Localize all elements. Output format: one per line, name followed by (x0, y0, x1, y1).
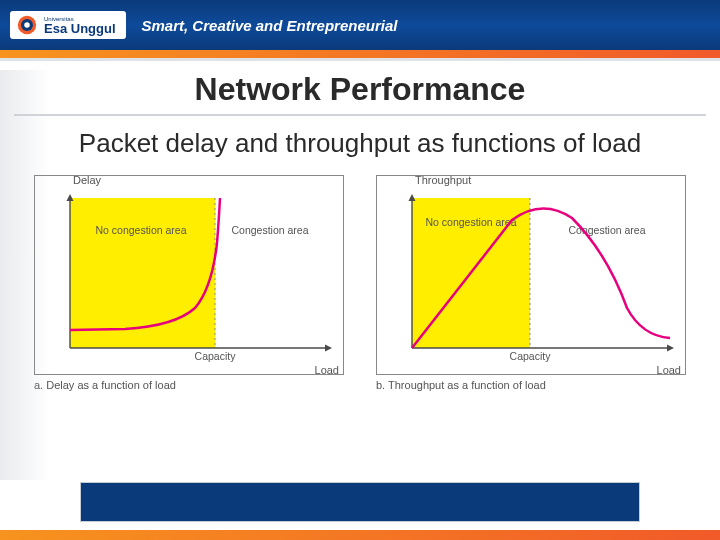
chart-delay: Delay No congestion area Congestion area… (34, 175, 344, 391)
chart-b-ylabel: Throughput (415, 174, 471, 186)
chart-b-axes: No congestion area Congestion area Capac… (412, 198, 670, 348)
university-logo: Universitas Esa Unggul (10, 11, 126, 39)
chart-b-svg (412, 198, 670, 358)
svg-marker-5 (67, 194, 74, 201)
chart-b-xlabel: Load (657, 364, 681, 376)
slide-footer (0, 482, 720, 540)
svg-marker-11 (667, 345, 674, 352)
chart-a-axes: No congestion area Congestion area Capac… (70, 198, 328, 348)
university-name: Esa Unggul (44, 22, 116, 35)
chart-throughput: Throughput No congestion area Congestion… (376, 175, 686, 391)
svg-marker-6 (325, 345, 332, 352)
slide-subtitle: Packet delay and throughput as functions… (0, 116, 720, 165)
tagline: Smart, Creative and Entrepreneurial (142, 17, 398, 34)
chart-a-caption: a. Delay as a function of load (34, 375, 344, 391)
header-accent-bar (0, 50, 720, 58)
charts-container: Delay No congestion area Congestion area… (0, 165, 720, 391)
chart-a-xlabel: Load (315, 364, 339, 376)
svg-point-2 (24, 22, 30, 28)
slide-title: Network Performance (14, 61, 706, 116)
chart-a-capacity-tick: Capacity (195, 350, 236, 362)
chart-b-caption: b. Throughput as a function of load (376, 375, 686, 391)
footer-accent-line (0, 530, 720, 540)
slide-header: Universitas Esa Unggul Smart, Creative a… (0, 0, 720, 50)
footer-bar (80, 482, 640, 522)
chart-a-ylabel: Delay (73, 174, 101, 186)
svg-marker-10 (409, 194, 416, 201)
chart-a-svg (70, 198, 328, 358)
esa-unggul-logo-icon (16, 14, 38, 36)
chart-b-capacity-tick: Capacity (510, 350, 551, 362)
